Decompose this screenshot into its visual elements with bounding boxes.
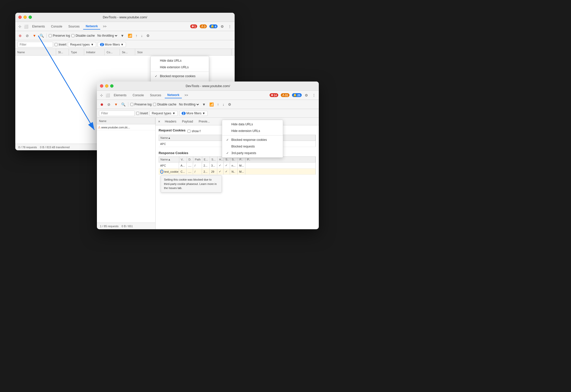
throttle-arrow-back[interactable]: ▼ [120, 33, 125, 38]
resp-apc-p: M... [238, 163, 245, 168]
resp-col-d: D. [187, 157, 193, 162]
resp-test-s3: N.. [230, 169, 238, 174]
transferred-front: 0 B / 651 [122, 225, 133, 228]
devtools-window-front: DevTools - www.youtube.com/ ⊹ ⬜ Elements… [97, 82, 319, 229]
svg-line-1 [38, 36, 94, 130]
download-icon-front[interactable]: ↓ [222, 102, 225, 107]
upload-icon-back[interactable]: ↑ [135, 33, 138, 38]
resp-cookie-row-2: ⚠ test_cookie C... .... / 2... 29 ✓ ✓ N.… [159, 169, 316, 175]
stop-btn-back[interactable]: ⊗ [17, 33, 23, 38]
warning-icon-front: ⚠ [282, 93, 285, 97]
upload-icon-front[interactable]: ↑ [216, 102, 220, 107]
resp-apc-p2 [245, 163, 316, 168]
col-se-back: Se... [120, 49, 135, 55]
more-filters-btn-front[interactable]: 2 More filters ▼ [179, 111, 208, 116]
cursor-icon-back[interactable]: ⊹ [17, 24, 22, 29]
menu-blocked-cookies-front[interactable]: ✓ Blocked response cookies [222, 137, 283, 143]
throttle-arrow-front[interactable]: ▼ [201, 102, 207, 107]
resp-apc-path: / [193, 163, 202, 168]
preserve-log-checkbox-front[interactable] [130, 103, 133, 106]
toolbar-front: ⏺ ⊘ ▼ 🔍 Preserve log Disable cache No th… [97, 100, 319, 109]
req-cookies-title: Request Cookies [159, 128, 185, 132]
resp-test-s2: ✓ [224, 169, 230, 174]
show-filter-checkbox[interactable] [187, 130, 191, 133]
disable-cache-label-front[interactable]: Disable cache [153, 103, 176, 106]
wifi-icon-front[interactable]: 📶 [208, 102, 215, 107]
resp-col-path: Path [193, 157, 202, 162]
info-badge-front: 🔔 25 [292, 93, 302, 97]
invert-checkbox-front[interactable] [136, 112, 139, 115]
tab-bar-front: ⊹ ⬜ Elements Console Sources Network >> … [97, 91, 319, 100]
tab-sources-back[interactable]: Sources [66, 24, 82, 29]
menu-3rd-party-front[interactable]: ✓ 3rd-party requests [222, 150, 283, 156]
resp-test-path: / [193, 169, 202, 174]
filter-bar-front: Invert Request types ▼ 2 More filters ▼ [97, 109, 319, 118]
col-size-back: Size [135, 49, 232, 55]
resp-apc-d: .... [187, 163, 193, 168]
menu-sep-front [222, 135, 283, 136]
more-icon-back[interactable]: ⋮ [227, 24, 233, 29]
detail-tab-preview[interactable]: Previe... [196, 119, 212, 124]
minimize-button-back[interactable] [23, 16, 27, 19]
resp-test-d: .... [187, 169, 193, 174]
wifi-icon-back[interactable]: 📶 [127, 33, 133, 38]
resp-test-h: ✓ [217, 169, 224, 174]
tab-more-front[interactable]: >> [183, 93, 189, 98]
tab-elements-back[interactable]: Elements [30, 24, 47, 29]
resp-apc-v: A... [179, 163, 187, 168]
more-icon-front[interactable]: ⋮ [311, 93, 317, 98]
tab-console-back[interactable]: Console [48, 24, 65, 29]
resp-test-s: 29 [210, 169, 217, 174]
warning-badge-icon-back: ⚠ [201, 25, 204, 28]
settings-icon-back[interactable]: ⚙ [220, 24, 225, 29]
error-badge-icon-back: ⊗ [192, 25, 194, 28]
menu-hide-ext-back[interactable]: Hide extension URLs [151, 64, 209, 71]
invert-label-front[interactable]: Invert [136, 112, 148, 115]
throttle-select-front[interactable]: No throttling [178, 102, 200, 106]
detail-tab-headers[interactable]: Headers [162, 119, 179, 124]
tab-sources-front[interactable]: Sources [147, 92, 164, 98]
request-types-btn-front[interactable]: Request types ▼ [149, 111, 178, 116]
settings2-icon-back[interactable]: ⚙ [145, 33, 151, 38]
info-badge-back: 🔔 4 [209, 24, 218, 28]
resp-test-name: ⚠ test_cookie [159, 169, 179, 174]
search-btn-front[interactable]: 🔍 [120, 102, 126, 107]
maximize-button-back[interactable] [29, 16, 32, 19]
settings-icon-front[interactable]: ⚙ [304, 93, 309, 98]
disable-cache-checkbox-front[interactable] [153, 103, 156, 106]
device-icon-back[interactable]: ⬜ [23, 24, 29, 29]
resp-col-s: S... [210, 157, 218, 162]
preserve-log-label-front[interactable]: Preserve log [130, 103, 151, 106]
menu-hide-data-front[interactable]: Hide data URLs [222, 121, 283, 128]
tab-network-front[interactable]: Network [165, 92, 182, 98]
detail-close-btn[interactable]: × [157, 119, 162, 124]
title-bar-back: DevTools - www.youtube.com/ [15, 13, 235, 22]
detail-tab-payload[interactable]: Payload [180, 119, 196, 124]
window-content-front: ⊹ ⬜ Elements Console Sources Network >> … [97, 91, 319, 229]
resp-apc-s: 3... [210, 163, 217, 168]
resp-apc-s2: ✓ [224, 163, 230, 168]
settings2-icon-front[interactable]: ⚙ [227, 102, 232, 107]
request-count-front: 1 / 85 requests [100, 225, 119, 228]
resp-apc-name: APC [159, 163, 179, 168]
resp-col-e: E... [202, 157, 210, 162]
resp-col-name: Name ▲ [159, 157, 179, 162]
tab-bar-back: ⊹ ⬜ Elements Console Sources Network >> … [15, 22, 235, 31]
tab-network-back[interactable]: Network [83, 23, 100, 30]
error-badge-back: ⊗ 1 [190, 24, 197, 28]
tab-console-front[interactable]: Console [130, 92, 146, 98]
error-badge-front: ⊗ 14 [270, 93, 278, 97]
download-icon-back[interactable]: ↓ [140, 33, 144, 38]
resp-cookie-row-1: APC A... .... / 2... 3... ✓ ✓ n... M... [159, 163, 316, 169]
menu-blocked-req-front[interactable]: Blocked requests [222, 143, 283, 150]
dropdown-menu-front: Hide data URLs Hide extension URLs ✓ Blo… [222, 120, 283, 158]
tab-more-back[interactable]: >> [101, 24, 108, 29]
sep1-front [128, 102, 128, 107]
menu-blocked-cookies-back[interactable]: ✓ Blocked response cookies [151, 73, 209, 79]
tab-settings-back: ⊗ 1 ⚠ 3 🔔 4 ⚙ ⋮ [190, 24, 233, 29]
close-button-back[interactable] [18, 16, 22, 19]
menu-hide-data-back[interactable]: Hide data URLs [151, 57, 209, 64]
main-split: Name ⚠ www.youtube.com;dc... 1 / 85 requ… [97, 118, 319, 229]
show-filter-label[interactable]: show f [187, 129, 200, 133]
menu-hide-ext-front[interactable]: Hide extension URLs [222, 128, 283, 134]
